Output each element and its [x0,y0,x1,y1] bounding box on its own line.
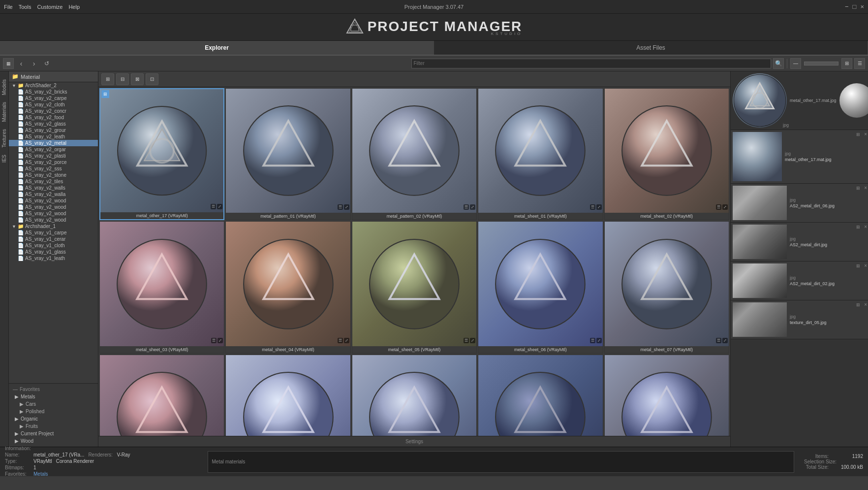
settings-bar[interactable]: Settings [98,436,730,447]
mat-cell-10[interactable]: metal_sheet_08 (VRayMtl) ☰ ⤢ [99,355,224,436]
mat-expand-9[interactable]: ⤢ [722,338,728,343]
mat-cell-4[interactable]: metal_sheet_02 (VRayMtl) ☰ ⤢ [604,88,729,220]
mat-cell-0[interactable]: ⊞ metal_other_17 (VRayMtl) ☰ ⤢ [99,88,224,220]
mat-menu-3[interactable]: ☰ [590,204,595,210]
mat-cell-7[interactable]: metal_sheet_05 (VRayMtl) ☰ ⤢ [352,221,477,353]
mat-expand-0[interactable]: ⤢ [217,204,222,209]
preview-item-2[interactable]: ⊞ × jpg AS2_metal_dirt.jpg [731,223,868,261]
tree-item-leath[interactable]: 📄AS_vray_v2_leath [9,133,98,140]
favorites-value[interactable]: Metals [33,471,48,477]
minimize-button[interactable]: − [845,3,849,10]
tree-item-archshader2[interactable]: ▼📁ArchShader_2 [9,82,98,89]
tree-item-wallb[interactable]: 📄AS_vray_v2_walla [9,191,98,197]
menu-customize[interactable]: Customize [37,4,62,10]
preview-item-0[interactable]: ⊞ × jpg metal_other_17.mat.jpg [731,130,868,184]
mat-menu-8[interactable]: ☰ [590,338,595,343]
mat-menu-5[interactable]: ☰ [211,338,217,343]
tree-item-sss[interactable]: 📄AS_vray_v2_sss [9,165,98,172]
mat-menu-7[interactable]: ☰ [464,338,469,343]
mat-cell-8[interactable]: metal_sheet_06 (VRayMtl) ☰ ⤢ [478,221,603,353]
menu-tools[interactable]: Tools [19,4,31,10]
preview-grid-btn-3[interactable]: ⊞ [856,262,860,268]
mat-cell-6[interactable]: metal_sheet_04 (VRayMtl) ☰ ⤢ [225,221,350,353]
preview-grid-btn-4[interactable]: ⊞ [856,301,860,307]
tree-item-cloth[interactable]: 📄AS_vray_v2_cloth [9,101,98,108]
mat-menu-0[interactable]: ☰ [211,204,216,209]
fav-fruits[interactable]: ▶Fruits [9,423,98,430]
list-layout-btn[interactable]: ☰ [854,58,865,69]
tree-item-wood2[interactable]: 📄AS_vray_v2_wood [9,204,98,210]
tree-item-grour[interactable]: 📄AS_vray_v2_grour [9,127,98,133]
fav-current-project[interactable]: ▶Current Project [9,430,98,437]
preview-close-btn-4[interactable]: × [864,301,867,307]
mat-expand-5[interactable]: ⤢ [217,338,223,343]
filter-input[interactable] [411,59,772,68]
refresh-button[interactable]: ↺ [41,58,52,69]
maximize-button[interactable]: □ [853,3,857,10]
toolbar-btn-4[interactable]: ⊡ [146,73,158,85]
mat-cell-11[interactable]: metal_sheet_09 (VRayMtl) ☰ ⤢ [225,355,350,436]
forward-button[interactable]: › [29,58,39,69]
tree-item-v1carpe[interactable]: 📄AS_vray_v1_carpe [9,229,98,236]
toolbar-btn-1[interactable]: ⊞ [101,73,114,85]
side-tab-textures[interactable]: Textures [0,126,8,151]
tree-item-tiles[interactable]: 📄AS_vray_v2_tiles [9,178,98,185]
tree-item-wood4[interactable]: 📄AS_vray_v2_wood [9,217,98,223]
tree-item-concr[interactable]: 📄AS_vray_v2_concr [9,108,98,114]
tree-item-wood[interactable]: 📄AS_vray_v2_wood [9,197,98,204]
mat-expand-6[interactable]: ⤢ [344,338,349,343]
tree-item-v1glass[interactable]: 📄AS_vray_v1_glass [9,249,98,255]
tree-item-stone[interactable]: 📄AS_vray_v2_stone [9,172,98,178]
tree-item-plasti[interactable]: 📄AS_vray_v2_plasti [9,153,98,159]
mat-menu-1[interactable]: ☰ [338,204,343,210]
close-button[interactable]: × [860,3,864,10]
mat-expand-8[interactable]: ⤢ [596,338,602,343]
tree-item-porce[interactable]: 📄AS_vray_v2_porce [9,159,98,165]
mat-expand-4[interactable]: ⤢ [722,204,728,210]
mat-cell-1[interactable]: metal_pattern_01 (VRayMtl) ☰ ⤢ [225,88,350,220]
menu-help[interactable]: Help [68,4,80,10]
toolbar-btn-2[interactable]: ⊟ [116,73,129,85]
tab-asset-files[interactable]: Asset Files [434,41,868,55]
tree-item-v1cloth[interactable]: 📄AS_vray_v1_cloth [9,242,98,249]
tree-item-wood3[interactable]: 📄AS_vray_v2_wood [9,210,98,217]
fav-metals[interactable]: ▶Metals [9,393,98,400]
mat-expand-3[interactable]: ⤢ [596,204,602,210]
mat-menu-6[interactable]: ☰ [338,338,343,343]
size-slider[interactable]: — [790,58,801,69]
tree-item-food[interactable]: 📄AS_vray_v2_food [9,114,98,121]
preview-grid-btn-2[interactable]: ⊞ [856,224,860,229]
preview-grid-btn-0[interactable]: ⊞ [856,131,860,137]
tree-item-orgar[interactable]: 📄AS_vray_v2_orgar [9,146,98,153]
fav-cars[interactable]: ▶Cars [9,400,98,408]
mat-cell-3[interactable]: metal_sheet_01 (VRayMtl) ☰ ⤢ [478,88,603,220]
mat-cell-13[interactable]: metal_sheet_11 (VRayMtl) ☰ ⤢ [478,355,603,436]
preview-item-3[interactable]: ⊞ × jpg AS2_metal_dirt_02.jpg [731,261,868,300]
side-tab-ies[interactable]: IES [0,152,8,165]
tree-item-walls[interactable]: 📄AS_vray_v2_walls [9,185,98,191]
tree-item-archshader1[interactable]: ▼📁Archshader_1 [9,223,98,229]
mat-menu-9[interactable]: ☰ [716,338,721,343]
tree-item-v1leath[interactable]: 📄AS_vray_v1_leath [9,255,98,261]
mat-expand-2[interactable]: ⤢ [470,204,475,210]
tree-item-v1cerar[interactable]: 📄AS_vray_v1_cerar [9,236,98,242]
mat-expand-1[interactable]: ⤢ [344,204,349,210]
search-button[interactable]: 🔍 [773,58,784,69]
window-controls[interactable]: − □ × [845,3,864,10]
tree-item-metal[interactable]: 📄AS_vray_v2_metal [9,140,98,146]
zoom-slider[interactable] [804,62,838,65]
menu-bar[interactable]: File Tools Customize Help [4,4,80,10]
preview-close-btn-2[interactable]: × [864,224,867,229]
tree-item-bricks[interactable]: 📄AS_vray_v2_bricks [9,89,98,95]
side-tab-materials[interactable]: Materials [0,99,8,125]
tab-explorer[interactable]: Explorer [0,41,434,55]
tree-item-carpe[interactable]: 📄AS_vray_v2_carpe [9,95,98,101]
preview-grid-btn-1[interactable]: ⊞ [856,185,860,191]
mat-cell-12[interactable]: metal_sheet_10 (VRayMtl) ☰ ⤢ [352,355,477,436]
fav-polished[interactable]: ▶Polished [9,408,98,415]
mat-cell-14[interactable]: metal_sheet_12 (VRayMtl) ☰ ⤢ [604,355,729,436]
mat-cell-9[interactable]: metal_sheet_07 (VRayMtl) ☰ ⤢ [604,221,729,353]
tree-item-glass[interactable]: 📄AS_vray_v2_glass [9,121,98,127]
fav-organic[interactable]: ▶Organic [9,415,98,423]
preview-item-4[interactable]: ⊞ × jpg texture_dirt_05.jpg [731,300,868,339]
